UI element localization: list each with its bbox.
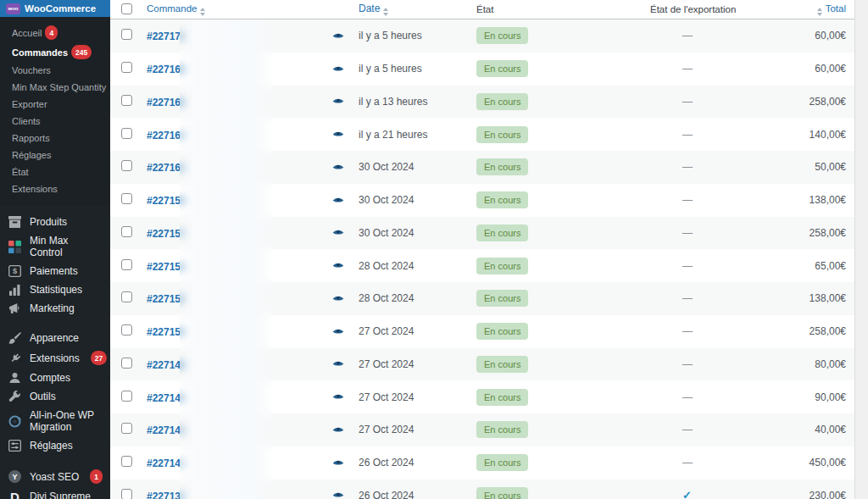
order-date: il y a 5 heures [352, 63, 475, 75]
status-badge: En cours [476, 27, 528, 44]
row-checkbox[interactable] [121, 95, 132, 106]
extensions-count-badge: 27 [91, 351, 107, 365]
status-badge: En cours [476, 126, 528, 143]
sidebar-item-apparence[interactable]: Apparence [0, 329, 110, 347]
table-row: #227141 26 Oct 2024 En cours — 450,00€ [110, 446, 854, 480]
sidebar-item-divi-supreme[interactable]: D Divi Supreme [0, 487, 110, 499]
sidebar-item-statistiques[interactable]: Statistiques [0, 280, 110, 299]
products-icon [8, 216, 22, 228]
row-checkbox[interactable] [121, 128, 132, 139]
min-max-control-icon [8, 241, 22, 253]
preview-eye-icon[interactable] [325, 164, 352, 171]
divi-supreme-icon: D [8, 491, 22, 499]
sidebar-submenu-item[interactable]: Rapports [0, 130, 110, 147]
row-checkbox[interactable] [121, 391, 132, 402]
column-header-export: État de l'exportation [650, 4, 750, 14]
sidebar-submenu-item[interactable]: État [0, 164, 110, 180]
row-checkbox[interactable] [121, 62, 132, 73]
row-checkbox[interactable] [121, 259, 132, 270]
order-link[interactable]: #227162 [147, 162, 186, 174]
table-row: #227162 30 Oct 2024 En cours — 50,00€ [110, 151, 854, 184]
order-total: 80,00€ [750, 358, 854, 370]
preview-eye-icon[interactable] [325, 65, 352, 73]
row-checkbox[interactable] [121, 489, 132, 499]
appearance-brush-icon [8, 332, 22, 344]
row-checkbox[interactable] [121, 160, 132, 171]
marketing-megaphone-icon [8, 302, 22, 314]
order-link[interactable]: #227157 [147, 228, 186, 240]
row-checkbox[interactable] [121, 423, 132, 434]
order-link[interactable]: #227159 [147, 195, 186, 207]
sidebar-item-min-max-control[interactable]: Min Max Control [0, 231, 110, 262]
sidebar-woocommerce-label: WooCommerce [25, 3, 96, 14]
order-date: 30 Oct 2024 [352, 194, 475, 206]
row-checkbox[interactable] [121, 226, 132, 237]
row-checkbox[interactable] [121, 193, 132, 204]
order-link[interactable]: #227141 [147, 457, 186, 469]
sidebar-item-comptes[interactable]: Comptes [0, 369, 110, 387]
status-badge: En cours [476, 421, 528, 438]
settings-sliders-icon [8, 440, 22, 452]
row-checkbox[interactable] [121, 324, 132, 335]
preview-eye-icon[interactable] [325, 130, 352, 138]
select-all-cell [110, 3, 147, 16]
sidebar-item-all-in-one-wp-migration[interactable]: All-in-One WP Migration [0, 406, 110, 436]
sidebar-submenu-item[interactable]: Commandes245 [0, 42, 110, 62]
sidebar-item-reglages-plugin[interactable]: Réglages [0, 436, 110, 455]
sidebar-submenu-item[interactable]: Exporter [0, 96, 110, 113]
preview-eye-icon[interactable] [325, 426, 352, 434]
order-link[interactable]: #227148 [147, 359, 186, 371]
table-row: #227137 26 Oct 2024 En cours ✓ 230,00€ [110, 480, 854, 499]
preview-eye-icon[interactable] [325, 328, 352, 335]
sidebar-item-extensions[interactable]: Extensions 27 [0, 347, 110, 369]
sidebar-submenu-item[interactable]: Réglages [0, 147, 110, 164]
column-header-total[interactable]: Total [750, 3, 854, 16]
row-checkbox[interactable] [121, 291, 132, 302]
order-date: 26 Oct 2024 [352, 457, 475, 469]
sidebar-item-yoast-seo[interactable]: Y Yoast SEO 1 [0, 466, 110, 487]
sidebar-submenu-item[interactable]: Vouchers [0, 62, 110, 79]
woocommerce-submenu: Accueil4 Commandes245 Vouchers Min Max S… [0, 17, 110, 206]
select-all-checkbox[interactable] [121, 3, 132, 14]
order-link[interactable]: #227168 [147, 64, 186, 75]
sidebar-submenu-item[interactable]: Min Max Step Quantity [0, 79, 110, 96]
order-link[interactable]: #227143 [147, 424, 186, 436]
column-header-date[interactable]: Date [352, 3, 475, 16]
row-checkbox[interactable] [121, 358, 132, 369]
sidebar-submenu-item[interactable]: Accueil4 [0, 23, 110, 42]
preview-eye-icon[interactable] [325, 295, 352, 302]
order-link[interactable]: #227154 [147, 261, 186, 273]
export-status: — [650, 391, 750, 403]
sort-icon [383, 8, 388, 16]
sidebar-item-marketing[interactable]: Marketing [0, 299, 110, 318]
order-link[interactable]: #227150 [147, 326, 186, 338]
export-status: — [650, 161, 750, 173]
preview-eye-icon[interactable] [325, 491, 352, 499]
order-link[interactable]: #227166 [147, 97, 186, 108]
sidebar-item-paiements[interactable]: $ Paiements [0, 262, 110, 280]
column-header-commande[interactable]: Commande [147, 3, 325, 16]
preview-eye-icon[interactable] [325, 360, 352, 368]
sidebar-item-woocommerce[interactable]: woo WooCommerce [0, 0, 110, 17]
order-link[interactable]: #227172 [147, 30, 186, 42]
status-badge: En cours [476, 93, 528, 110]
row-checkbox[interactable] [121, 29, 132, 40]
preview-eye-icon[interactable] [325, 32, 352, 40]
admin-menu: Produits Min Max Control $ Paiements Sta… [0, 206, 110, 499]
sidebar-item-outils[interactable]: Outils [0, 387, 110, 406]
preview-eye-icon[interactable] [325, 393, 352, 401]
sidebar-item-produits[interactable]: Produits [0, 213, 110, 231]
preview-eye-icon[interactable] [325, 197, 352, 204]
order-link[interactable]: #227145 [147, 392, 186, 404]
preview-eye-icon[interactable] [325, 459, 352, 467]
row-checkbox[interactable] [121, 456, 132, 467]
preview-eye-icon[interactable] [325, 97, 352, 105]
order-link[interactable]: #227164 [147, 130, 186, 141]
preview-eye-icon[interactable] [325, 229, 352, 236]
order-link[interactable]: #227152 [147, 293, 186, 305]
preview-eye-icon[interactable] [325, 262, 352, 269]
sidebar-submenu-item[interactable]: Clients [0, 113, 110, 130]
order-link[interactable]: #227137 [147, 491, 186, 499]
sidebar-submenu-item[interactable]: Extensions [0, 180, 110, 197]
order-total: 140,00€ [750, 129, 854, 141]
